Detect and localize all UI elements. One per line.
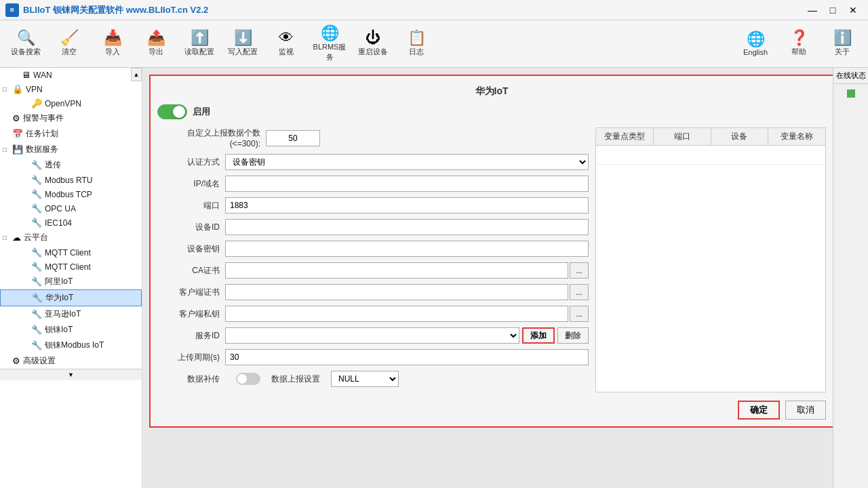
sidebar-item-transparent[interactable]: 🔧 透传	[0, 157, 142, 173]
sidebar-item-amazon[interactable]: 🔧 亚马逊IoT	[0, 306, 142, 322]
alibaba-icon: 🔧	[31, 277, 42, 287]
main-layout: ▲ 🖥 WAN □ 🔒 VPN 🔑 OpenVPN ⚙ 报警与事件 �	[0, 68, 868, 488]
sidebar-item-wan-label: WAN	[33, 70, 52, 80]
sidebar-item-advanced[interactable]: ⚙ 高级设置	[0, 353, 142, 369]
close-button[interactable]: ✕	[844, 3, 863, 17]
service-id-select[interactable]	[225, 327, 519, 344]
sidebar-item-huawei-label: 华为IoT	[45, 292, 73, 304]
client-key-browse-button[interactable]: ...	[570, 306, 589, 322]
ca-cert-label: CA证书	[157, 265, 225, 277]
toolbar-clear[interactable]: 🧹 清空	[49, 24, 90, 64]
custom-count-label: 自定义上报数据个数(<=300):	[157, 127, 266, 148]
port-input[interactable]	[225, 197, 589, 214]
ip-input[interactable]	[225, 176, 589, 192]
toolbar-blrms[interactable]: 🌐 BLRMS服务	[309, 24, 350, 64]
toolbar-monitor[interactable]: 👁 监视	[266, 24, 307, 64]
data-report-select[interactable]: NULL 变化上报 定时上报	[331, 371, 399, 387]
sidebar-item-cloudplatform[interactable]: □ ☁ 云平台	[0, 230, 142, 245]
sidebar-scroll-down[interactable]: ▼	[0, 369, 142, 380]
sidebar-item-bailai-iot[interactable]: 🔧 钡铼IoT	[0, 322, 142, 338]
sidebar-item-vpn[interactable]: □ 🔒 VPN	[0, 82, 142, 96]
task-icon: 📅	[12, 129, 23, 139]
data-supplement-toggle[interactable]	[236, 373, 260, 385]
about-icon: ℹ️	[833, 30, 852, 45]
toolbar-export[interactable]: 📤 导出	[136, 24, 176, 64]
clear-icon: 🧹	[60, 30, 79, 45]
sidebar-item-task[interactable]: 📅 任务计划	[0, 126, 142, 142]
sidebar-item-iec104[interactable]: 🔧 IEC104	[0, 216, 142, 230]
sidebar-item-iec104-label: IEC104	[45, 218, 72, 228]
app-title: BLIIoT 钡铼网关配置软件 www.BLIIoT.cn V2.2	[23, 4, 208, 16]
data-report-label: 数据上报设置	[271, 373, 320, 385]
toolbar-log-label: 日志	[409, 47, 424, 57]
client-cert-browse-button[interactable]: ...	[570, 284, 589, 300]
upload-cycle-input[interactable]	[225, 349, 589, 365]
sidebar-item-alarm[interactable]: ⚙ 报警与事件	[0, 110, 142, 126]
toolbar-write[interactable]: ⬇️ 写入配置	[222, 24, 263, 64]
variable-table-header: 变量点类型 端口 设备 变量名称	[596, 128, 825, 146]
toolbar-help[interactable]: ❓ 帮助	[778, 24, 819, 64]
col-port: 端口	[654, 128, 711, 145]
add-service-button[interactable]: 添加	[522, 327, 555, 344]
toolbar-read[interactable]: ⬆️ 读取配置	[179, 24, 220, 64]
custom-count-input[interactable]	[266, 130, 320, 146]
port-row: 端口	[157, 197, 589, 214]
sidebar-scroll-up[interactable]: ▲	[131, 68, 142, 81]
sidebar-item-mqtt2[interactable]: 🔧 MQTT Client	[0, 260, 142, 274]
sidebar-item-dataservice[interactable]: □ 💾 数据服务	[0, 142, 142, 157]
sidebar-item-modbus-rtu[interactable]: 🔧 Modbus RTU	[0, 173, 142, 187]
enable-toggle[interactable]	[157, 104, 187, 119]
sidebar-item-huawei[interactable]: 🔧 华为IoT	[0, 289, 142, 306]
sidebar-item-modbus-tcp[interactable]: 🔧 Modbus TCP	[0, 187, 142, 201]
toolbar-restart[interactable]: ⏻ 重启设备	[353, 24, 393, 64]
device-key-input[interactable]	[225, 241, 589, 257]
online-status-cell	[833, 84, 868, 103]
toggle-knob	[173, 106, 185, 118]
toolbar-log[interactable]: 📋 日志	[396, 24, 437, 64]
client-cert-input[interactable]	[225, 284, 568, 300]
confirm-button[interactable]: 确定	[738, 401, 780, 420]
sidebar-item-openvpn-label: OpenVPN	[45, 99, 81, 108]
col-var-type: 变量点类型	[596, 128, 654, 145]
online-status-dot	[847, 89, 855, 98]
dataservice-icon: 💾	[12, 144, 23, 155]
ca-cert-row: CA证书 ...	[157, 262, 589, 279]
toolbar-restart-label: 重启设备	[358, 47, 388, 57]
service-id-label: 服务ID	[157, 330, 225, 342]
toolbar-import[interactable]: 📥 导入	[92, 24, 133, 64]
toolbar-about[interactable]: ℹ️ 关于	[822, 24, 863, 64]
minimize-button[interactable]: —	[803, 3, 822, 17]
cancel-button[interactable]: 取消	[785, 401, 826, 420]
toolbar-search[interactable]: 🔍 设备搜索	[5, 24, 46, 64]
title-bar: B BLIIoT 钡铼网关配置软件 www.BLIIoT.cn V2.2 — □…	[0, 0, 868, 20]
client-key-input[interactable]	[225, 306, 568, 322]
sidebar-item-openvpn[interactable]: 🔑 OpenVPN	[0, 96, 142, 110]
delete-service-button[interactable]: 删除	[557, 327, 589, 344]
sidebar-item-mqtt1[interactable]: 🔧 MQTT Client	[0, 245, 142, 260]
device-id-row: 设备ID	[157, 219, 589, 235]
window-controls: — □ ✕	[803, 3, 863, 17]
toolbar-about-label: 关于	[835, 47, 850, 57]
client-key-row: 客户端私钥 ...	[157, 306, 589, 322]
auth-method-select[interactable]: 设备密钥 证书	[225, 154, 589, 170]
sidebar-item-alarm-label: 报警与事件	[23, 113, 64, 124]
sidebar-item-wan[interactable]: 🖥 WAN	[0, 68, 142, 82]
ca-cert-input[interactable]	[225, 262, 568, 279]
client-key-label: 客户端私钥	[157, 308, 225, 320]
sidebar-item-alibaba[interactable]: 🔧 阿里IoT	[0, 274, 142, 289]
ip-row: IP/域名	[157, 176, 589, 192]
bailai-iot-icon: 🔧	[31, 325, 42, 335]
toolbar-help-label: 帮助	[791, 47, 806, 57]
maximize-button[interactable]: □	[823, 3, 842, 17]
device-id-input[interactable]	[225, 219, 589, 235]
toolbar-english[interactable]: 🌐 English	[735, 24, 776, 64]
auth-method-label: 认证方式	[157, 157, 225, 168]
upload-cycle-row: 上传周期(s)	[157, 349, 589, 365]
monitor-icon: 👁	[279, 30, 294, 45]
variable-table: 变量点类型 端口 设备 变量名称	[595, 127, 826, 392]
sidebar-item-cloudplatform-label: 云平台	[24, 232, 48, 243]
sidebar-item-opc-ua[interactable]: 🔧 OPC UA	[0, 201, 142, 216]
ca-browse-button[interactable]: ...	[570, 262, 589, 279]
modbus-rtu-icon: 🔧	[31, 175, 42, 185]
sidebar-item-bailai-modbus[interactable]: 🔧 钡铼Modbus IoT	[0, 338, 142, 353]
